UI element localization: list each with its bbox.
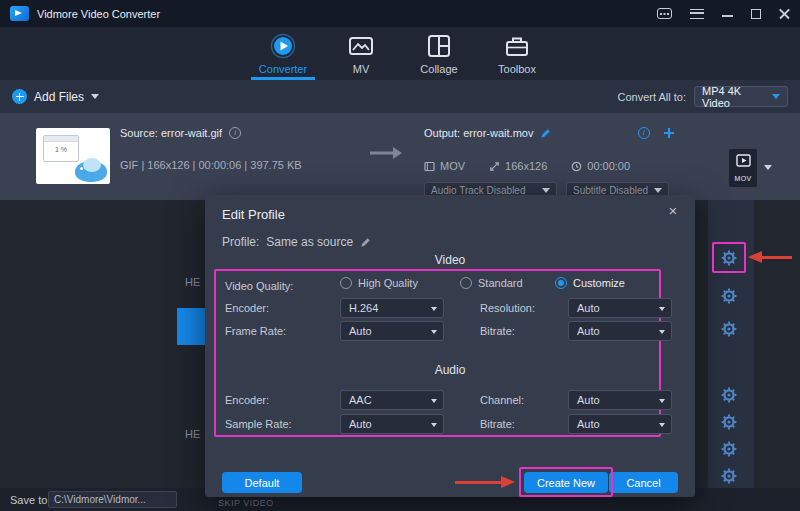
save-path-dropdown[interactable]: C:\Vidmore\Vidmor... bbox=[48, 491, 177, 508]
video-quality-label: Video Quality: bbox=[225, 280, 293, 292]
annotation-arrow-gear bbox=[748, 251, 762, 263]
create-new-button[interactable]: Create New bbox=[524, 472, 608, 493]
profile-settings-column bbox=[708, 200, 754, 488]
file-thumbnail: 1 % bbox=[36, 128, 110, 184]
source-metadata: GIF | 166x126 | 00:00:06 | 397.75 KB bbox=[120, 159, 302, 171]
frame-rate-label: Frame Rate: bbox=[225, 325, 286, 337]
main-nav: Converter MV Collage bbox=[0, 27, 800, 80]
window-title: Vidmore Video Converter bbox=[37, 8, 160, 20]
feedback-icon[interactable] bbox=[657, 8, 672, 19]
dialog-close-button[interactable]: × bbox=[665, 203, 681, 218]
chevron-down-icon bbox=[431, 307, 437, 311]
source-info-icon[interactable] bbox=[229, 127, 241, 139]
chevron-down-icon bbox=[659, 399, 665, 403]
chevron-down-icon bbox=[431, 423, 437, 427]
source-filename: Source: error-wait.gif bbox=[120, 127, 222, 139]
close-window-button[interactable] bbox=[779, 8, 790, 19]
radio-icon bbox=[555, 277, 567, 289]
tab-converter[interactable]: Converter bbox=[244, 27, 322, 80]
profile-settings-gear-icon[interactable] bbox=[721, 387, 737, 403]
file-row: 1 % Source: error-wait.gif GIF | 166x126… bbox=[0, 113, 800, 200]
chevron-down-icon bbox=[772, 94, 780, 99]
add-files-button[interactable]: Add Files bbox=[12, 89, 99, 104]
edit-profile-dialog: Edit Profile × Profile: Same as source V… bbox=[205, 195, 695, 497]
quality-option-0[interactable]: High Quality bbox=[340, 277, 418, 289]
dialog-title: Edit Profile bbox=[222, 207, 285, 222]
output-duration-meta: 00:00:00 bbox=[571, 160, 630, 172]
add-plus-icon bbox=[12, 89, 27, 104]
default-button[interactable]: Default bbox=[222, 472, 302, 493]
audio-section-title: Audio bbox=[205, 363, 695, 377]
tab-label: Toolbox bbox=[498, 63, 536, 75]
tab-mv[interactable]: MV bbox=[322, 27, 400, 80]
resolution-label: Resolution: bbox=[480, 302, 535, 314]
output-filename: Output: error-wait.mov bbox=[424, 127, 533, 139]
app-logo-icon bbox=[10, 6, 29, 21]
collage-grid-icon bbox=[426, 33, 452, 59]
app-window: Vidmore Video Converter Converter bbox=[0, 0, 800, 511]
audio-encoder-label: Encoder: bbox=[225, 394, 269, 406]
video-encoder-label: Encoder: bbox=[225, 302, 269, 314]
convert-direction-arrow-icon bbox=[368, 145, 404, 161]
chevron-down-icon bbox=[659, 423, 665, 427]
sample-rate-select[interactable]: Auto bbox=[340, 414, 444, 434]
annotation-highlight-settings bbox=[214, 269, 661, 437]
clock-icon bbox=[571, 161, 582, 172]
frame-rate-select[interactable]: Auto bbox=[340, 321, 444, 341]
radio-icon bbox=[460, 277, 472, 289]
minimize-button[interactable] bbox=[722, 15, 733, 17]
chevron-down-icon bbox=[654, 188, 662, 193]
audio-bitrate-select[interactable]: Auto bbox=[568, 414, 672, 434]
tab-toolbox[interactable]: Toolbox bbox=[478, 27, 556, 80]
convert-all-format-dropdown[interactable]: MP4 4K Video bbox=[694, 86, 788, 107]
maximize-button[interactable] bbox=[751, 9, 761, 19]
annotation-arrow-create-new bbox=[455, 481, 502, 484]
profile-settings-gear-icon[interactable] bbox=[721, 288, 737, 304]
resolution-select[interactable]: Auto bbox=[568, 298, 672, 318]
profile-settings-gear-icon[interactable] bbox=[721, 321, 737, 337]
move-icon[interactable] bbox=[663, 127, 675, 139]
audio-encoder-select[interactable]: AAC bbox=[340, 390, 444, 410]
cancel-button[interactable]: Cancel bbox=[609, 472, 678, 493]
rename-pencil-icon[interactable] bbox=[540, 128, 551, 139]
output-format-meta: MOV bbox=[424, 160, 465, 172]
save-to-label: Save to: bbox=[10, 494, 50, 506]
background-text-fragment: HE bbox=[185, 276, 200, 288]
output-info-icon[interactable] bbox=[638, 127, 650, 139]
convert-all-to-label: Convert All to: bbox=[618, 91, 686, 103]
background-selected-row bbox=[177, 308, 205, 345]
profile-settings-gear-icon[interactable] bbox=[721, 468, 737, 484]
profile-settings-gear-icon[interactable] bbox=[721, 250, 737, 266]
chevron-down-icon bbox=[431, 330, 437, 334]
profile-settings-gear-icon[interactable] bbox=[721, 441, 737, 457]
hamburger-menu-icon[interactable] bbox=[690, 9, 704, 19]
background-text-fragment: SKIP VIDEO bbox=[218, 498, 274, 508]
sample-rate-label: Sample Rate: bbox=[225, 418, 292, 430]
format-badge-caret-icon[interactable] bbox=[764, 165, 772, 170]
tab-label: MV bbox=[353, 63, 370, 75]
video-bitrate-select[interactable]: Auto bbox=[568, 321, 672, 341]
profile-settings-gear-icon[interactable] bbox=[721, 414, 737, 430]
output-format-badge[interactable]: MOV bbox=[728, 148, 758, 188]
tab-collage[interactable]: Collage bbox=[400, 27, 478, 80]
background-text-fragment: HE bbox=[185, 428, 200, 440]
tab-label: Converter bbox=[259, 63, 307, 75]
edit-profile-pencil-icon[interactable] bbox=[360, 237, 371, 248]
chevron-down-icon bbox=[542, 188, 550, 193]
channel-label: Channel: bbox=[480, 394, 524, 406]
chevron-down-icon bbox=[659, 330, 665, 334]
quality-option-1[interactable]: Standard bbox=[460, 277, 523, 289]
video-file-icon bbox=[736, 154, 751, 167]
channel-select[interactable]: Auto bbox=[568, 390, 672, 410]
profile-label: Profile: bbox=[222, 235, 259, 249]
tab-label: Collage bbox=[420, 63, 457, 75]
video-encoder-select[interactable]: H.264 bbox=[340, 298, 444, 318]
title-bar: Vidmore Video Converter bbox=[0, 0, 800, 27]
quality-option-2[interactable]: Customize bbox=[555, 277, 625, 289]
toolbar: Add Files Converting Converted Convert A… bbox=[0, 80, 800, 113]
audio-bitrate-label: Bitrate: bbox=[480, 418, 515, 430]
chevron-down-icon bbox=[659, 307, 665, 311]
toolbox-icon bbox=[504, 33, 530, 59]
converter-play-icon bbox=[270, 33, 296, 59]
video-section-title: Video bbox=[205, 253, 695, 267]
